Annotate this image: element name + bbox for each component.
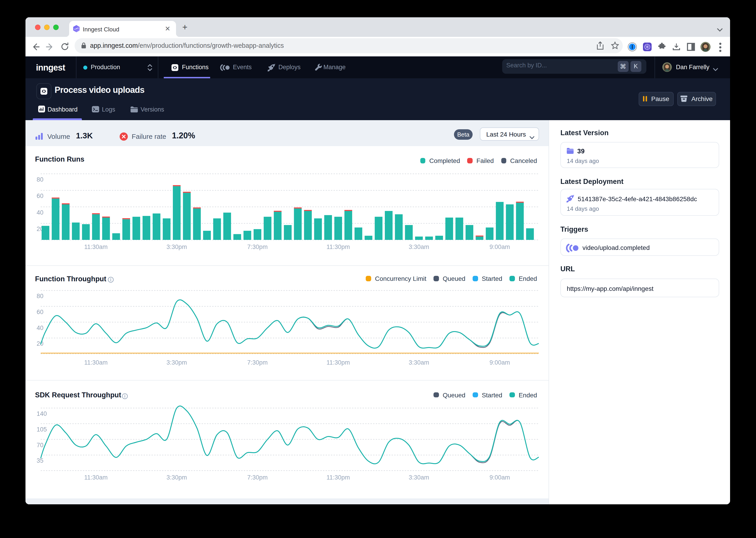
svg-text:140: 140 <box>37 410 47 417</box>
svg-text:3:30am: 3:30am <box>409 474 429 481</box>
svg-text:7:30pm: 7:30pm <box>247 474 268 481</box>
svg-text:9:00am: 9:00am <box>490 474 510 481</box>
svg-text:3:30am: 3:30am <box>409 243 429 250</box>
svg-text:70: 70 <box>37 442 43 449</box>
svg-text:40: 40 <box>37 209 43 216</box>
svg-text:3:30am: 3:30am <box>409 359 429 366</box>
svg-text:3:30pm: 3:30pm <box>166 474 187 481</box>
svg-text:9:00am: 9:00am <box>490 243 510 250</box>
svg-text:80: 80 <box>37 293 43 299</box>
svg-text:40: 40 <box>37 324 43 331</box>
svg-text:35: 35 <box>37 457 43 464</box>
svg-text:7:30pm: 7:30pm <box>247 243 268 250</box>
svg-text:60: 60 <box>37 308 43 315</box>
svg-text:11:30pm: 11:30pm <box>326 243 350 250</box>
svg-text:80: 80 <box>37 176 43 183</box>
svg-text:11:30am: 11:30am <box>84 474 108 481</box>
svg-text:11:30pm: 11:30pm <box>326 474 350 481</box>
svg-text:105: 105 <box>37 426 47 433</box>
svg-text:7:30pm: 7:30pm <box>247 359 268 366</box>
svg-text:11:30am: 11:30am <box>84 359 108 366</box>
svg-text:20: 20 <box>37 340 43 347</box>
svg-text:3:30pm: 3:30pm <box>166 243 187 250</box>
svg-text:60: 60 <box>37 192 43 199</box>
svg-text:11:30am: 11:30am <box>84 243 108 250</box>
svg-text:9:00am: 9:00am <box>490 359 510 366</box>
svg-text:11:30pm: 11:30pm <box>326 359 350 366</box>
svg-text:3:30pm: 3:30pm <box>166 359 187 366</box>
